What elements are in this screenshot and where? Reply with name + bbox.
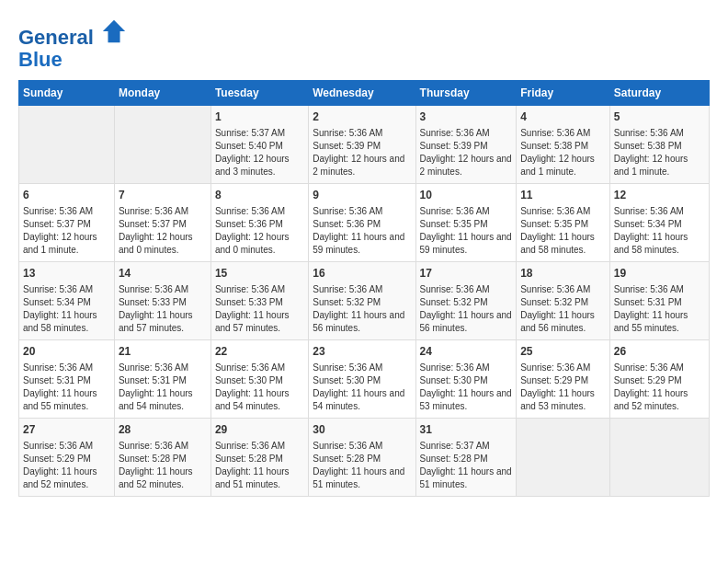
cell-info: Daylight: 11 hours and 52 minutes.	[119, 465, 207, 491]
day-number: 13	[23, 266, 110, 282]
day-number: 14	[119, 266, 207, 282]
cell-info: Sunrise: 5:36 AM	[313, 283, 411, 296]
cell-info: Daylight: 12 hours and 3 minutes.	[215, 153, 304, 178]
day-number: 30	[313, 422, 411, 438]
calendar-cell: 30Sunrise: 5:36 AMSunset: 5:28 PMDayligh…	[309, 419, 415, 497]
cell-info: Daylight: 11 hours and 53 minutes.	[420, 387, 513, 413]
cell-info: Daylight: 12 hours and 1 minute.	[520, 153, 606, 178]
cell-info: Sunset: 5:33 PM	[119, 296, 207, 309]
cell-info: Sunset: 5:39 PM	[420, 140, 513, 153]
cell-info: Sunset: 5:38 PM	[614, 140, 705, 153]
day-number: 5	[614, 109, 705, 125]
cell-info: Daylight: 11 hours and 54 minutes.	[313, 387, 411, 413]
cell-info: Daylight: 11 hours and 54 minutes.	[119, 387, 207, 413]
day-number: 20	[23, 344, 110, 360]
day-number: 4	[520, 109, 606, 125]
logo-blue: Blue	[18, 48, 63, 71]
cell-info: Daylight: 11 hours and 51 minutes.	[215, 465, 304, 491]
day-number: 19	[614, 266, 705, 282]
cell-info: Sunrise: 5:36 AM	[520, 362, 606, 374]
calendar-cell: 10Sunrise: 5:36 AMSunset: 5:35 PMDayligh…	[415, 184, 517, 262]
cell-info: Daylight: 12 hours and 2 minutes.	[313, 153, 411, 178]
calendar-cell: 27Sunrise: 5:36 AMSunset: 5:29 PMDayligh…	[19, 419, 115, 497]
cell-info: Sunset: 5:40 PM	[215, 140, 304, 153]
calendar-cell: 1Sunrise: 5:37 AMSunset: 5:40 PMDaylight…	[210, 106, 308, 184]
svg-marker-0	[103, 20, 125, 42]
cell-info: Daylight: 12 hours and 0 minutes.	[215, 231, 304, 257]
cell-info: Sunset: 5:28 PM	[313, 453, 411, 465]
day-number: 3	[420, 109, 513, 125]
cell-info: Sunrise: 5:36 AM	[520, 127, 606, 140]
calendar-cell: 15Sunrise: 5:36 AMSunset: 5:33 PMDayligh…	[210, 262, 308, 340]
week-row-3: 13Sunrise: 5:36 AMSunset: 5:34 PMDayligh…	[19, 262, 710, 340]
cell-info: Sunrise: 5:36 AM	[313, 440, 411, 453]
day-number: 24	[420, 344, 513, 360]
day-header-thursday: Thursday	[415, 81, 517, 106]
day-number: 27	[23, 422, 110, 438]
cell-info: Sunrise: 5:36 AM	[119, 440, 207, 453]
calendar-cell: 29Sunrise: 5:36 AMSunset: 5:28 PMDayligh…	[210, 419, 308, 497]
cell-info: Sunset: 5:36 PM	[313, 218, 411, 231]
calendar-cell: 12Sunrise: 5:36 AMSunset: 5:34 PMDayligh…	[609, 184, 709, 262]
day-number: 12	[614, 188, 705, 203]
cell-info: Sunrise: 5:36 AM	[520, 205, 606, 218]
cell-info: Sunrise: 5:36 AM	[614, 362, 705, 374]
calendar-cell: 18Sunrise: 5:36 AMSunset: 5:32 PMDayligh…	[517, 262, 610, 340]
cell-info: Sunset: 5:31 PM	[119, 374, 207, 387]
cell-info: Sunset: 5:37 PM	[23, 218, 110, 231]
cell-info: Daylight: 11 hours and 58 minutes.	[614, 231, 705, 257]
cell-info: Sunrise: 5:36 AM	[23, 362, 110, 374]
day-number: 7	[119, 188, 207, 203]
cell-info: Sunset: 5:30 PM	[313, 374, 411, 387]
day-header-monday: Monday	[114, 81, 210, 106]
logo-icon	[101, 18, 127, 44]
calendar-cell: 20Sunrise: 5:36 AMSunset: 5:31 PMDayligh…	[19, 340, 115, 419]
cell-info: Daylight: 11 hours and 59 minutes.	[420, 231, 513, 257]
day-number: 15	[215, 266, 304, 282]
day-number: 23	[313, 344, 411, 360]
cell-info: Sunset: 5:32 PM	[313, 296, 411, 309]
cell-info: Sunset: 5:28 PM	[119, 453, 207, 465]
cell-info: Daylight: 11 hours and 55 minutes.	[23, 387, 110, 413]
cell-info: Daylight: 11 hours and 54 minutes.	[215, 387, 304, 413]
day-number: 8	[215, 188, 304, 203]
day-number: 25	[520, 344, 606, 360]
cell-info: Sunrise: 5:36 AM	[215, 440, 304, 453]
logo-general: General	[18, 26, 94, 49]
cell-info: Daylight: 11 hours and 51 minutes.	[313, 465, 411, 491]
calendar-cell: 11Sunrise: 5:36 AMSunset: 5:35 PMDayligh…	[517, 184, 610, 262]
cell-info: Sunset: 5:32 PM	[520, 296, 606, 309]
cell-info: Sunrise: 5:36 AM	[23, 440, 110, 453]
day-number: 28	[119, 422, 207, 438]
cell-info: Daylight: 12 hours and 1 minute.	[23, 231, 110, 257]
cell-info: Sunset: 5:31 PM	[614, 296, 705, 309]
calendar-cell: 23Sunrise: 5:36 AMSunset: 5:30 PMDayligh…	[309, 340, 415, 419]
cell-info: Sunset: 5:35 PM	[520, 218, 606, 231]
calendar-header-row: SundayMondayTuesdayWednesdayThursdayFrid…	[19, 81, 710, 106]
cell-info: Sunrise: 5:36 AM	[23, 283, 110, 296]
cell-info: Sunset: 5:36 PM	[215, 218, 304, 231]
cell-info: Sunset: 5:28 PM	[420, 453, 513, 465]
week-row-1: 1Sunrise: 5:37 AMSunset: 5:40 PMDaylight…	[19, 106, 710, 184]
cell-info: Sunset: 5:38 PM	[520, 140, 606, 153]
day-header-wednesday: Wednesday	[309, 81, 415, 106]
cell-info: Sunset: 5:29 PM	[23, 453, 110, 465]
cell-info: Daylight: 11 hours and 56 minutes.	[420, 309, 513, 335]
cell-info: Daylight: 11 hours and 52 minutes.	[614, 387, 705, 413]
day-header-tuesday: Tuesday	[210, 81, 308, 106]
calendar-cell	[517, 419, 610, 497]
cell-info: Daylight: 11 hours and 58 minutes.	[520, 231, 606, 257]
logo: General Blue	[18, 18, 127, 71]
calendar-cell: 3Sunrise: 5:36 AMSunset: 5:39 PMDaylight…	[415, 106, 517, 184]
cell-info: Sunrise: 5:36 AM	[614, 205, 705, 218]
cell-info: Daylight: 11 hours and 57 minutes.	[119, 309, 207, 335]
calendar-cell: 21Sunrise: 5:36 AMSunset: 5:31 PMDayligh…	[114, 340, 210, 419]
week-row-5: 27Sunrise: 5:36 AMSunset: 5:29 PMDayligh…	[19, 419, 710, 497]
cell-info: Daylight: 12 hours and 0 minutes.	[119, 231, 207, 257]
calendar-cell: 8Sunrise: 5:36 AMSunset: 5:36 PMDaylight…	[210, 184, 308, 262]
cell-info: Sunset: 5:31 PM	[23, 374, 110, 387]
calendar-cell: 9Sunrise: 5:36 AMSunset: 5:36 PMDaylight…	[309, 184, 415, 262]
cell-info: Daylight: 11 hours and 59 minutes.	[313, 231, 411, 257]
cell-info: Daylight: 12 hours and 1 minute.	[614, 153, 705, 178]
day-number: 2	[313, 109, 411, 125]
